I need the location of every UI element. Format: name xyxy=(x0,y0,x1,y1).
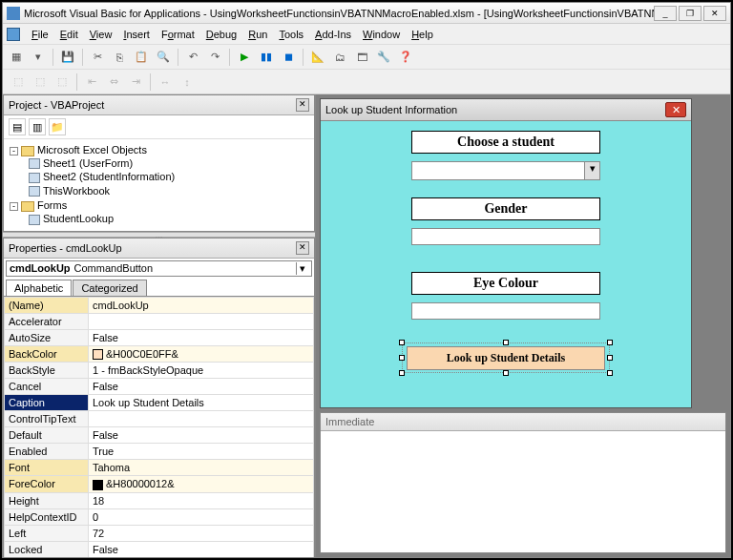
combo-student[interactable]: ▾ xyxy=(411,161,600,180)
prop-value[interactable]: True xyxy=(89,444,314,460)
label-choose-student[interactable]: Choose a student xyxy=(411,131,600,154)
prop-value[interactable] xyxy=(89,313,314,329)
tree-folder-forms[interactable]: Forms xyxy=(37,199,67,211)
design-mode-icon[interactable]: 📐 xyxy=(308,48,327,67)
tree-item-studentlookup[interactable]: StudentLookup xyxy=(43,213,114,224)
cut-icon[interactable]: ✂ xyxy=(88,48,107,67)
paste-icon[interactable]: 📋 xyxy=(132,48,151,67)
tree-item-workbook[interactable]: ThisWorkbook xyxy=(43,185,110,197)
prop-value[interactable]: 18 xyxy=(89,492,314,508)
minimize-button[interactable]: _ xyxy=(654,6,677,21)
view-excel-icon[interactable]: ▦ xyxy=(7,48,26,67)
prop-value[interactable]: 1 - fmBackStyleOpaque xyxy=(89,363,314,379)
textbox-eye-colour[interactable] xyxy=(411,302,600,320)
menu-window[interactable]: Window xyxy=(357,27,406,42)
project-close-icon[interactable]: ✕ xyxy=(296,98,309,112)
tree-toggle-icon[interactable]: - xyxy=(10,147,18,156)
menu-run[interactable]: Run xyxy=(242,27,273,42)
tree-item-sheet2[interactable]: Sheet2 (StudentInformation) xyxy=(43,171,175,182)
prop-value[interactable] xyxy=(89,411,314,427)
prop-name[interactable]: BackStyle xyxy=(5,363,89,379)
prop-name[interactable]: Cancel xyxy=(5,379,89,395)
prop-value[interactable]: &H00C0E0FF& xyxy=(89,345,314,363)
prop-name[interactable]: Accelerator xyxy=(5,313,89,329)
property-grid[interactable]: (Name)cmdLookUpAcceleratorAutoSizeFalseB… xyxy=(4,297,314,557)
excel-icon[interactable] xyxy=(7,28,20,41)
view-code-icon[interactable]: ▤ xyxy=(9,118,26,135)
menu-view[interactable]: View xyxy=(84,27,118,42)
resize-handle[interactable] xyxy=(399,340,405,345)
close-button[interactable]: ✕ xyxy=(703,6,726,21)
tree-toggle-icon[interactable]: - xyxy=(10,202,18,211)
break-icon[interactable]: ▮▮ xyxy=(257,48,276,67)
menu-insert[interactable]: Insert xyxy=(117,27,156,42)
resize-handle[interactable] xyxy=(503,370,509,376)
immediate-window[interactable]: Immediate xyxy=(320,412,726,553)
tree-item-sheet1[interactable]: Sheet1 (UserForm) xyxy=(43,157,133,169)
button-lookup-details[interactable]: Look up Student Details xyxy=(407,346,605,370)
dropdown-icon[interactable]: ▾ xyxy=(296,262,308,275)
menu-format[interactable]: Format xyxy=(156,27,200,42)
tab-categorized[interactable]: Categorized xyxy=(73,280,146,296)
tree-folder-excel[interactable]: Microsoft Excel Objects xyxy=(37,144,147,156)
prop-name[interactable]: Default xyxy=(5,427,89,444)
resize-handle[interactable] xyxy=(607,355,613,361)
object-browser-icon[interactable]: 🔧 xyxy=(374,48,393,67)
prop-name[interactable]: (Name) xyxy=(5,297,89,313)
undo-icon[interactable]: ↶ xyxy=(183,48,202,67)
prop-name[interactable]: HelpContextID xyxy=(5,508,89,525)
prop-value[interactable]: 72 xyxy=(89,525,314,541)
resize-handle[interactable] xyxy=(607,340,613,345)
toolbox-icon[interactable]: ❓ xyxy=(396,48,415,67)
immediate-body[interactable] xyxy=(321,431,725,552)
project-explorer-icon[interactable]: 🗂 xyxy=(330,48,349,67)
label-gender[interactable]: Gender xyxy=(411,197,600,220)
prop-name[interactable]: Locked xyxy=(5,541,89,557)
prop-value[interactable]: &H80000012& xyxy=(89,476,314,493)
properties-icon[interactable]: 🗔 xyxy=(352,48,371,67)
prop-name[interactable]: ForeColor xyxy=(5,476,89,493)
prop-name[interactable]: Caption xyxy=(5,395,89,411)
prop-name[interactable]: Font xyxy=(5,460,89,476)
prop-value[interactable]: Look up Student Details xyxy=(89,395,314,411)
prop-name[interactable]: Enabled xyxy=(5,444,89,460)
prop-name[interactable]: Left xyxy=(5,525,89,541)
copy-icon[interactable]: ⎘ xyxy=(110,48,129,67)
textbox-gender[interactable] xyxy=(411,228,600,245)
prop-value[interactable]: cmdLookUp xyxy=(89,297,314,313)
run-icon[interactable]: ▶ xyxy=(235,48,254,67)
menu-tools[interactable]: Tools xyxy=(273,27,309,42)
menu-edit[interactable]: Edit xyxy=(54,27,84,42)
prop-value[interactable]: 0 xyxy=(89,508,314,525)
save-icon[interactable]: 💾 xyxy=(58,48,77,67)
prop-name[interactable]: ControlTipText xyxy=(5,411,89,427)
maximize-button[interactable]: ❐ xyxy=(679,6,702,21)
label-eye-colour[interactable]: Eye Colour xyxy=(411,272,600,295)
menu-addins[interactable]: Add-Ins xyxy=(309,27,357,42)
prop-name[interactable]: BackColor xyxy=(5,345,89,363)
dropdown-icon[interactable]: ▾ xyxy=(584,162,599,179)
insert-icon[interactable]: ▾ xyxy=(29,48,48,67)
object-selector[interactable]: cmdLookUp CommandButton ▾ xyxy=(6,260,312,277)
resize-handle[interactable] xyxy=(607,370,613,376)
userform-close-icon[interactable]: ✕ xyxy=(665,102,686,117)
find-icon[interactable]: 🔍 xyxy=(154,48,173,67)
project-tree[interactable]: -Microsoft Excel Objects Sheet1 (UserFor… xyxy=(4,139,314,231)
resize-handle[interactable] xyxy=(399,355,405,361)
prop-name[interactable]: Height xyxy=(5,492,89,508)
menu-help[interactable]: Help xyxy=(406,27,439,42)
prop-name[interactable]: AutoSize xyxy=(5,329,89,345)
view-object-icon[interactable]: ▥ xyxy=(29,118,46,135)
properties-close-icon[interactable]: ✕ xyxy=(296,241,309,255)
prop-value[interactable]: False xyxy=(89,379,314,395)
resize-handle[interactable] xyxy=(503,340,509,345)
redo-icon[interactable]: ↷ xyxy=(205,48,224,67)
prop-value[interactable]: Tahoma xyxy=(89,460,314,476)
prop-value[interactable]: False xyxy=(89,427,314,444)
resize-handle[interactable] xyxy=(399,370,405,376)
folder-toggle-icon[interactable]: 📁 xyxy=(49,118,66,135)
menu-file[interactable]: File xyxy=(26,27,54,42)
menu-debug[interactable]: Debug xyxy=(200,27,242,42)
reset-icon[interactable]: ◼ xyxy=(279,48,298,67)
userform-designer[interactable]: Look up Student Information ✕ Choose a s… xyxy=(320,98,692,408)
